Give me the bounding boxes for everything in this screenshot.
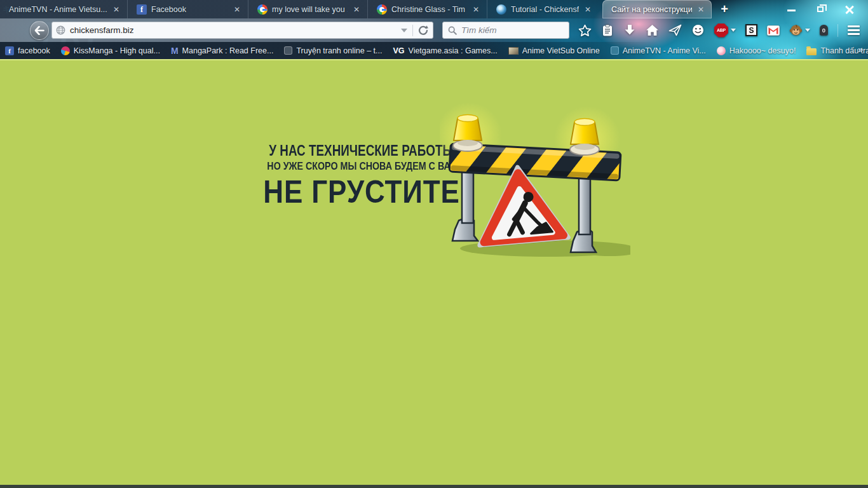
restore-button[interactable] <box>806 0 835 18</box>
reading-list-button[interactable] <box>601 24 614 37</box>
monkey-icon <box>789 24 803 37</box>
web-icon <box>496 4 506 15</box>
downloads-button[interactable] <box>623 24 636 36</box>
tab-close-icon[interactable]: ✕ <box>696 5 705 14</box>
bookmarks-bar: f facebook KissManga - High qual... M Ma… <box>0 42 868 59</box>
bookmark-label: Anime VietSub Online <box>522 46 600 55</box>
bookmark-label: KissManga - High qual... <box>74 46 160 55</box>
bookmark-star-button[interactable] <box>578 24 592 37</box>
heading-line-2: НО УЖЕ СКОРО МЫ СНОВА БУДЕМ С ВАМИ <box>267 160 429 173</box>
window-controls <box>776 0 864 18</box>
search-input[interactable] <box>461 25 557 35</box>
new-tab-button[interactable]: + <box>712 0 737 18</box>
heading-line-3: НЕ ГРУСТИТЕ <box>263 176 433 208</box>
under-construction-heading: У НАС ТЕХНИЧЕСКИЕ РАБОТЫ НО УЖЕ СКОРО МЫ… <box>252 143 445 208</box>
bookmark-truyen-tranh[interactable]: Truyện tranh online – t... <box>284 46 382 55</box>
browser-window: キング TKI AnimeTVN - Anime Vietsu... ✕ f F… <box>0 0 868 488</box>
screen-edge-strip <box>0 485 868 488</box>
gmail-icon <box>767 25 780 36</box>
mangapark-icon: M <box>171 46 179 56</box>
send-tab-button[interactable] <box>668 24 682 36</box>
construction-barrier-illustration <box>440 98 630 264</box>
stylish-button[interactable]: S <box>745 24 757 36</box>
tab-title: Facebook <box>151 5 228 14</box>
facebook-icon: f <box>137 4 147 15</box>
tab-site-reconstruction-active[interactable]: Сайт на реконструкции ✕ <box>602 0 712 18</box>
minimize-button[interactable] <box>776 0 806 18</box>
google-icon-bar <box>262 9 267 11</box>
tab-close-icon[interactable]: ✕ <box>471 5 480 14</box>
folder-icon <box>806 48 817 55</box>
bookmark-star-icon <box>578 24 592 37</box>
close-icon <box>845 5 854 14</box>
tab-christine-glass[interactable]: Christine Glass - Tim v... ✕ <box>367 0 487 18</box>
bookmark-label: Truyện tranh online – t... <box>296 46 382 55</box>
tab-my-love[interactable]: my love will take you ... ✕ <box>248 0 367 18</box>
emoji-extension-button[interactable] <box>691 24 705 37</box>
tab-title: my love will take you ... <box>272 5 348 14</box>
bookmark-label: AnimeTVN - Anime Vi... <box>623 46 706 55</box>
toolbar-icons: ABP S <box>578 24 860 37</box>
emoji-icon <box>691 24 705 37</box>
download-icon <box>623 24 636 36</box>
placeholder-icon <box>284 46 292 55</box>
bookmark-label: Hakoooo~ desuyo! <box>729 46 796 55</box>
search-box[interactable] <box>442 22 569 39</box>
bookmark-anime-vietsub[interactable]: Anime VietSub Online <box>508 46 600 55</box>
close-button[interactable] <box>835 0 864 18</box>
minimize-icon <box>787 10 796 11</box>
bookmark-hakoooo[interactable]: Hakoooo~ desuyo! <box>717 46 796 55</box>
navigation-toolbar: chickensfarm.biz <box>0 18 868 42</box>
tab-title: Christine Glass - Tim v... <box>391 5 467 14</box>
paper-plane-icon <box>668 24 682 36</box>
bookmark-kissmanga[interactable]: KissManga - High qual... <box>61 46 160 55</box>
divider <box>837 24 838 37</box>
tab-close-icon[interactable]: ✕ <box>352 5 361 14</box>
bookmark-vietgame[interactable]: VG Vietgame.asia : Games... <box>393 46 497 55</box>
menu-icon <box>848 25 860 35</box>
google-icon-bar <box>382 9 386 11</box>
bookmark-animetvn[interactable]: AnimeTVN - Anime Vi... <box>611 46 706 55</box>
bookmark-mangapark[interactable]: M MangaPark : Read Free... <box>171 46 274 56</box>
back-icon <box>34 26 44 35</box>
home-icon <box>646 24 659 36</box>
tab-bar: AnimeTVN - Anime Vietsu... ✕ f Facebook … <box>0 0 868 18</box>
bookmark-label: Vietgame.asia : Games... <box>409 46 498 55</box>
google-icon <box>257 4 268 15</box>
chevron-down-icon[interactable] <box>401 29 407 32</box>
gmail-button[interactable] <box>767 25 780 36</box>
tab-facebook[interactable]: f Facebook ✕ <box>127 0 248 18</box>
page-content: У НАС ТЕХНИЧЕСКИЕ РАБОТЫ НО УЖЕ СКОРО МЫ… <box>0 59 868 485</box>
adblock-icon: ABP <box>714 24 728 37</box>
bookmarks-overflow-chevron[interactable]: » <box>858 44 863 55</box>
thumbnail-icon <box>508 47 519 55</box>
tab-title: AnimeTVN - Anime Vietsu... <box>9 5 107 14</box>
search-icon <box>448 26 457 35</box>
kissmanga-icon <box>61 46 70 55</box>
tab-close-icon[interactable]: ✕ <box>583 5 592 14</box>
reload-icon[interactable] <box>417 25 429 36</box>
tab-close-icon[interactable]: ✕ <box>233 5 241 14</box>
bookmark-label: facebook <box>18 46 50 55</box>
chevron-down-icon[interactable] <box>805 29 810 32</box>
greasemonkey-button[interactable] <box>789 24 810 37</box>
browser-chrome: キング TKI AnimeTVN - Anime Vietsu... ✕ f F… <box>0 0 868 59</box>
placeholder-icon <box>611 46 619 55</box>
tab-title: Tutorial - Chickensfar... <box>511 5 579 14</box>
menu-button[interactable] <box>848 25 860 35</box>
lightbulb-counter-icon: 0 <box>820 25 828 36</box>
chevron-down-icon[interactable] <box>731 29 736 32</box>
counter-extension-button[interactable]: 0 <box>820 25 828 36</box>
tab-title: Сайт на реконструкции <box>611 5 692 14</box>
globe-icon <box>56 25 65 35</box>
tab-close-icon[interactable]: ✕ <box>112 5 121 14</box>
anime-face-icon <box>717 46 726 55</box>
bookmark-facebook[interactable]: f facebook <box>5 46 50 55</box>
home-button[interactable] <box>646 24 659 36</box>
tab-animetvn[interactable]: AnimeTVN - Anime Vietsu... ✕ <box>0 0 127 18</box>
adblock-plus-button[interactable]: ABP <box>714 24 736 37</box>
back-button[interactable] <box>30 21 49 40</box>
url-bar[interactable]: chickensfarm.biz <box>51 22 433 39</box>
barrier-lamp-left <box>453 115 482 152</box>
tab-tutorial[interactable]: Tutorial - Chickensfar... ✕ <box>487 0 599 18</box>
